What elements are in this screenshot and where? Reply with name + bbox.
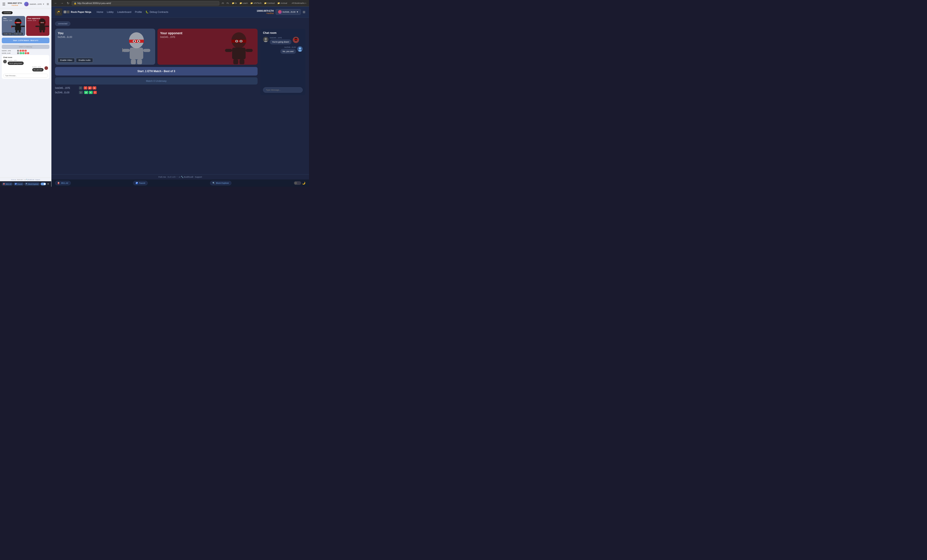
chat-title-right: Chat room bbox=[263, 31, 303, 35]
player1-badge-p-left[interactable]: p bbox=[22, 50, 24, 52]
forward-btn[interactable]: → bbox=[59, 1, 64, 5]
bookmark-pl[interactable]: PL bbox=[226, 2, 230, 5]
player1-badges-left: r p s bbox=[20, 50, 27, 52]
svg-rect-45 bbox=[232, 47, 246, 59]
bottom-bar-left: ⛽ 3811.42 🚰 Faucet 🔍 Block Explorer ☀ bbox=[0, 181, 51, 187]
svg-point-51 bbox=[264, 41, 267, 42]
reload-btn[interactable]: ↻ bbox=[66, 1, 70, 5]
svg-rect-9 bbox=[15, 30, 17, 32]
buidl-link-left[interactable]: 🔧 BuidlGuidl bbox=[26, 179, 34, 181]
match-underway-left: Match 0 Underway bbox=[2, 45, 49, 49]
block-explorer-btn-right[interactable]: 🔍 Block Explorer bbox=[210, 181, 231, 185]
start-match-btn-left[interactable]: Start .1 ETH Match - Best of 3 bbox=[2, 38, 49, 43]
svg-rect-53 bbox=[294, 39, 298, 40]
svg-rect-32 bbox=[123, 49, 130, 52]
chat-messages-right: 0xbDA5...197E You're going down! bbox=[263, 37, 303, 85]
you-card-right: You 0x2546...Ec30 bbox=[55, 29, 155, 65]
theme-toggle-switch[interactable] bbox=[294, 181, 301, 185]
wallet-area-left[interactable]: 0xbDA5...197E ▼ bbox=[24, 2, 44, 6]
you-card-left: You 0xbDA5...197E bbox=[2, 16, 25, 36]
gas-btn-left[interactable]: ⛽ 3811.42 bbox=[2, 182, 13, 185]
nav-profile[interactable]: Profile bbox=[135, 10, 142, 14]
svg-point-54 bbox=[299, 47, 301, 50]
p1-badge-p[interactable]: p bbox=[88, 87, 92, 90]
enable-video-btn-left[interactable]: Enable Video bbox=[3, 33, 13, 35]
nav-lobby[interactable]: Lobby bbox=[107, 10, 114, 14]
start-match-btn-right[interactable]: Start .1 ETH Match - Best of 3 bbox=[55, 67, 258, 76]
svg-rect-35 bbox=[137, 59, 142, 64]
app-logo-icon: 🥷 bbox=[55, 8, 62, 15]
grid-icon[interactable]: ⊞ bbox=[303, 10, 305, 14]
player2-address-left: 0x2546...Ec30 bbox=[2, 53, 17, 54]
wallet-btn-right[interactable]: 0x2546...Ec30 ▼ bbox=[276, 9, 301, 15]
wallet-avatar-right bbox=[278, 10, 282, 14]
p2-badge-r[interactable]: r bbox=[93, 91, 97, 94]
svg-rect-12 bbox=[11, 27, 12, 27]
faucet-btn-left[interactable]: 🚰 Faucet bbox=[14, 182, 23, 185]
player1-badge-s-left[interactable]: s bbox=[24, 50, 27, 52]
player-cards-left: You 0xbDA5...197E bbox=[2, 16, 49, 36]
player1-indicator-left: r bbox=[17, 50, 19, 52]
chat-msg-1-right: 0xbDA5...197E You're going down! bbox=[263, 37, 303, 44]
svg-rect-49 bbox=[240, 59, 245, 64]
qr-icon[interactable]: ⊞ bbox=[47, 3, 49, 6]
you-ninja-figure-right bbox=[120, 30, 153, 64]
bookmark-apitech[interactable]: 📁 API/Tech bbox=[249, 2, 262, 5]
enable-video-btn-right[interactable]: Enable Video bbox=[58, 58, 74, 62]
p2-badge-p[interactable]: p bbox=[84, 91, 88, 94]
p1-badge-s[interactable]: s bbox=[93, 87, 96, 90]
chat-msg-2-right: 0x2546...Ec30 No, you are! bbox=[263, 46, 303, 54]
eth-amount-right: 10000.0979 ETH bbox=[257, 10, 274, 12]
chat-avatar-1-right bbox=[263, 37, 268, 42]
nav-home[interactable]: Home bbox=[97, 10, 103, 14]
support-link-left[interactable]: Support bbox=[35, 179, 40, 181]
player2-badge-r2-left[interactable]: r bbox=[27, 52, 29, 54]
bookmark-js[interactable]: JS bbox=[220, 2, 225, 5]
wallet-address-left: 0xbDA5...197E bbox=[30, 3, 42, 5]
connected-badge-right: connected bbox=[55, 21, 70, 26]
hamburger-icon[interactable]: ☰ bbox=[2, 2, 5, 6]
chat-bubble-1-right: You're going down! bbox=[270, 39, 292, 44]
chat-avatar-2-left bbox=[44, 66, 48, 70]
support-link-right[interactable]: Support bbox=[195, 176, 202, 178]
chat-bubble-content-2-right: 0x2546...Ec30 No, you are! bbox=[280, 46, 296, 54]
player2-badge-r-left[interactable]: r bbox=[25, 52, 27, 54]
buidl-link-right[interactable]: 🔧 BuidlGuidl bbox=[181, 176, 193, 178]
eth-amount-left: 9999.8997 ETH bbox=[8, 2, 22, 4]
player2-badge-p-left[interactable]: p bbox=[20, 52, 22, 54]
svg-point-4 bbox=[17, 22, 17, 23]
folder-icon-0x: 📁 bbox=[232, 2, 234, 4]
faucet-label-right: Faucet bbox=[139, 182, 145, 184]
svg-rect-21 bbox=[35, 26, 39, 27]
theme-toggle-left[interactable] bbox=[41, 183, 46, 185]
url-bar[interactable]: 🔒 http://localhost:3000/ryt-jveu-wmt/ bbox=[72, 1, 219, 5]
nav-debug-contracts[interactable]: 🐛 Debug Contracts bbox=[146, 10, 168, 14]
fork-me-link-right[interactable]: Fork me bbox=[158, 176, 166, 178]
nav-leaderboard[interactable]: Leaderboard bbox=[117, 10, 131, 14]
svg-rect-22 bbox=[46, 26, 49, 27]
bookmark-acctual[interactable]: 📁 Acctual bbox=[277, 2, 288, 5]
player1-badge-r-left[interactable]: r bbox=[20, 50, 21, 52]
chat-avatar-2-right bbox=[297, 46, 303, 52]
chat-bubble-1-left: You're going down! bbox=[8, 62, 24, 65]
bookmark-contract[interactable]: 📁 Contract bbox=[263, 2, 276, 5]
svg-rect-23 bbox=[40, 30, 42, 32]
bookmark-learn[interactable]: 📁 Learn bbox=[239, 2, 249, 5]
enable-audio-btn-right[interactable]: Enable Audio bbox=[76, 58, 93, 62]
p1-badge-r[interactable]: r bbox=[84, 87, 87, 90]
main-grid: You 0x2546...Ec30 bbox=[55, 29, 305, 96]
fork-me-link-left[interactable]: Fork me bbox=[11, 179, 16, 181]
faucet-btn-right[interactable]: 🚰 Faucet bbox=[133, 181, 148, 185]
player2-badge-s-left[interactable]: s bbox=[22, 52, 24, 54]
chat-input-right[interactable] bbox=[263, 87, 303, 93]
block-explorer-btn-left[interactable]: 🔍 Block Explorer bbox=[24, 182, 40, 185]
chat-input-left[interactable] bbox=[3, 74, 48, 77]
bug-icon: 🐛 bbox=[146, 11, 149, 14]
p2-badge-s[interactable]: s bbox=[89, 91, 93, 94]
enable-audio-btn-left[interactable]: Enable Audio bbox=[13, 33, 23, 35]
bookmark-all[interactable]: All Bookmarks » bbox=[291, 2, 307, 5]
gas-btn-right[interactable]: ⛽ 3811.42 bbox=[55, 181, 71, 185]
svg-point-19 bbox=[43, 22, 43, 23]
back-btn[interactable]: ← bbox=[53, 1, 58, 5]
bookmark-0x[interactable]: 📁 0x bbox=[231, 2, 238, 5]
